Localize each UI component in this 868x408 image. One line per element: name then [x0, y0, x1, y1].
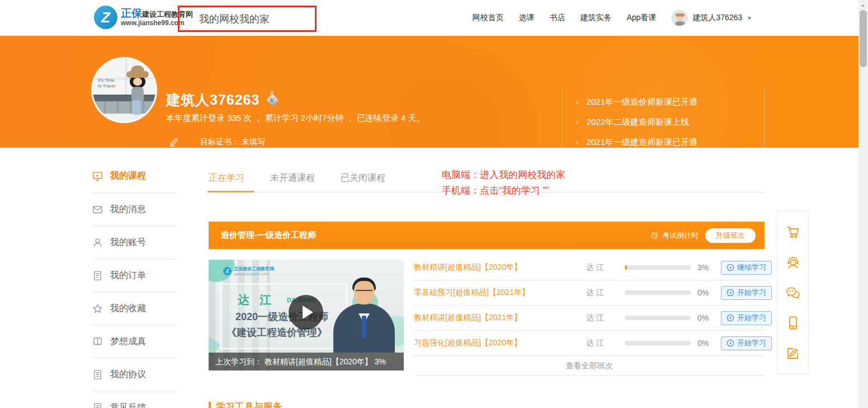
- logo-icon: Z: [94, 6, 117, 29]
- sidebar: 我的课程 我的消息 我的账号 我的订单 我的收藏 梦想成真 我的协议 意见反馈: [92, 160, 178, 408]
- sidebar-item-my-favorites[interactable]: 我的收藏: [92, 292, 178, 325]
- agreement-icon: [92, 369, 103, 380]
- scrollbar[interactable]: ▲: [858, 0, 868, 408]
- chevron-down-icon: ▼: [747, 15, 752, 21]
- customer-service-icon[interactable]: [785, 255, 801, 270]
- page-title: 我的网校我的家: [199, 12, 270, 26]
- wechat-icon[interactable]: [785, 285, 801, 301]
- order-icon: [92, 270, 103, 281]
- course-link[interactable]: 教材精讲[超值精品]【2021年】: [414, 313, 586, 323]
- login-stats: 本年度累计登录 335 次 ， 累计学习 2小时7分钟 ， 已连续登录 4 天。: [166, 113, 425, 124]
- section-header: 学习工具与服务: [209, 400, 282, 408]
- arrow-right-icon: ›: [576, 138, 579, 147]
- banner-divider-right: [764, 87, 765, 148]
- progress-percent: 3%: [697, 263, 721, 272]
- upgrade-class-button[interactable]: 升级班次: [705, 228, 756, 243]
- teacher-name: 达 江: [586, 288, 625, 298]
- play-icon: [303, 306, 313, 319]
- sidebar-item-label: 我的收藏: [110, 303, 146, 315]
- scroll-up-arrow[interactable]: ▲: [861, 3, 865, 8]
- progress-percent: 0%: [697, 339, 721, 348]
- nav-select-course[interactable]: 选课: [518, 13, 534, 23]
- sidebar-item-label: 我的账号: [110, 237, 146, 248]
- progress-bar: [625, 290, 691, 295]
- top-header: Z 正保建设工程教育网 www.jianshe99.com 我的网校我的家 网校…: [0, 0, 858, 36]
- alarm-clock-icon: [650, 231, 659, 240]
- progress-bar: [625, 265, 691, 270]
- logo-icon: Z: [223, 267, 232, 275]
- favorite-icon: [92, 303, 103, 314]
- sidebar-item-feedback[interactable]: 意见反馈: [92, 391, 178, 408]
- sidebar-item-label: 我的协议: [110, 369, 146, 381]
- announcement-item[interactable]: ›2021年一级造价师新课已开通: [576, 92, 697, 112]
- progress-percent: 0%: [697, 313, 721, 322]
- exam-countdown[interactable]: 考试倒计时: [650, 231, 699, 241]
- tab-not-opened[interactable]: 未开通课程: [270, 166, 315, 192]
- nav-bookstore[interactable]: 书店: [549, 13, 565, 23]
- sidebar-item-my-agreements[interactable]: 我的协议: [92, 358, 178, 391]
- announcement-item[interactable]: ›2021年一级建造师新课已开通: [576, 132, 697, 148]
- edit-pencil-icon[interactable]: [169, 137, 179, 147]
- course-card-title: 造价管理-一级造价工程师: [221, 230, 316, 241]
- course-link[interactable]: 教材精讲[超值精品]【2020年】: [414, 262, 586, 273]
- teacher-figure: [333, 278, 395, 353]
- section-accent-bar: [209, 402, 211, 408]
- teacher-name: 达 江: [238, 292, 275, 308]
- video-logo: Z 正保建设工程教育网 www.jianshe99.com: [223, 266, 274, 276]
- arrow-right-icon: ›: [576, 118, 579, 126]
- teacher-name: 达 江: [586, 262, 625, 273]
- progress-fill: [625, 265, 627, 270]
- logo-brand: 正保: [121, 7, 142, 19]
- tab-learning[interactable]: 正在学习: [209, 166, 244, 192]
- sidebar-item-my-messages[interactable]: 我的消息: [92, 193, 178, 226]
- tab-closed[interactable]: 已关闭课程: [341, 166, 385, 192]
- start-learning-button[interactable]: 开始学习: [721, 286, 772, 300]
- feedback-edit-icon[interactable]: [785, 345, 801, 361]
- mobile-app-icon[interactable]: [785, 315, 801, 331]
- feedback-icon: [92, 402, 103, 408]
- annotation-text: 电脑端：进入我的网校我的家 手机端：点击“我的学习 ””: [442, 167, 565, 199]
- sidebar-item-label: 我的订单: [110, 270, 146, 282]
- dream-icon: [92, 336, 103, 347]
- sidebar-item-dream-come-true[interactable]: 梦想成真: [92, 325, 178, 358]
- progress-bar: [625, 341, 691, 345]
- nav-home[interactable]: 网校首页: [472, 13, 503, 23]
- announcement-item[interactable]: ›2022年二级建造师新课上线: [576, 112, 697, 132]
- play-circle-icon: [727, 314, 734, 322]
- sidebar-item-my-courses[interactable]: 我的课程: [92, 160, 178, 193]
- sidebar-item-my-account[interactable]: 我的账号: [92, 226, 178, 259]
- sidebar-item-label: 梦想成真: [110, 336, 146, 348]
- target-value: 未填写: [242, 137, 265, 146]
- vip-badge-icon: ♕ V: [266, 93, 280, 107]
- cart-icon[interactable]: [785, 224, 801, 240]
- annotation-line1: 电脑端：进入我的网校我的家: [442, 167, 565, 183]
- course-link[interactable]: 习题强化[超值精品]【2020年】: [414, 338, 586, 348]
- avatar-large[interactable]: It's Timeto Travel: [91, 57, 157, 123]
- nav-construction-practice[interactable]: 建筑实务: [580, 13, 611, 23]
- table-row: 教材精讲[超值精品]【2020年】 达 江 3% 继续学习: [414, 255, 765, 280]
- banner-divider-left: [562, 87, 563, 148]
- start-learning-button[interactable]: 开始学习: [721, 311, 772, 325]
- scrollbar-thumb[interactable]: [860, 10, 867, 67]
- avatar-caption: It's Timeto Travel: [98, 78, 115, 90]
- target-certificate: 目标证书： 未填写: [200, 137, 265, 147]
- sidebar-item-my-orders[interactable]: 我的订单: [92, 259, 178, 292]
- annotation-line2: 手机端：点击“我的学习 ””: [442, 183, 565, 199]
- top-nav: 网校首页 选课 书店 建筑实务 App看课 建筑人376263 ▼: [472, 0, 752, 36]
- nav-app-watch[interactable]: App看课: [626, 13, 656, 23]
- announcement-list: ›2021年一级造价师新课已开通 ›2022年二级建造师新课上线 ›2021年一…: [576, 92, 697, 148]
- teacher-name: 达 江: [586, 313, 625, 323]
- play-circle-icon: [727, 339, 734, 347]
- course-link[interactable]: 零基础预习[超值精品]【2021年】: [414, 288, 586, 298]
- view-all-classes-link[interactable]: 查看全部班次: [414, 356, 765, 376]
- message-icon: [92, 204, 103, 215]
- play-button[interactable]: [289, 295, 323, 330]
- start-learning-button[interactable]: 开始学习: [721, 336, 772, 350]
- page: Z 正保建设工程教育网 www.jianshe99.com 我的网校我的家 网校…: [0, 0, 868, 408]
- sidebar-item-label: 我的消息: [110, 204, 146, 215]
- user-menu[interactable]: 建筑人376263 ▼: [671, 10, 752, 26]
- continue-learning-button[interactable]: 继续学习: [721, 261, 772, 275]
- account-icon: [92, 237, 103, 248]
- video-thumbnail[interactable]: Z 正保建设工程教育网 www.jianshe99.com 达 江 DA JIA…: [209, 260, 404, 371]
- progress-bar: [625, 316, 691, 320]
